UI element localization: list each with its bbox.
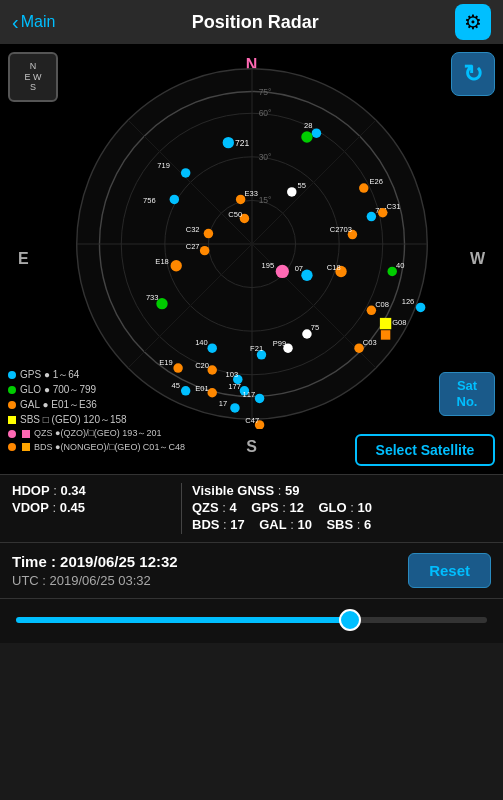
refresh-button[interactable]: ↻ xyxy=(451,52,495,96)
svg-text:G08: G08 xyxy=(392,318,406,327)
svg-text:E19: E19 xyxy=(159,358,172,367)
qzs-value: 4 xyxy=(230,500,237,515)
bds-gal-row: BDS : 17 GAL : 10 SBS : 6 xyxy=(192,517,491,532)
stats-right: Visible GNSS : 59 QZS : 4 GPS : 12 GLO :… xyxy=(182,483,491,534)
hdop-label: HDOP xyxy=(12,483,50,498)
svg-text:15°: 15° xyxy=(258,195,271,205)
svg-point-25 xyxy=(415,303,424,312)
gal-stat-label: GAL xyxy=(259,517,286,532)
svg-text:C20: C20 xyxy=(195,361,209,370)
slider-section xyxy=(0,598,503,643)
back-label: Main xyxy=(21,13,56,31)
svg-point-72 xyxy=(207,388,216,397)
vdop-value: 0.45 xyxy=(60,500,85,515)
sbs-stat-value: 6 xyxy=(364,517,371,532)
legend-gps-label: GPS ● 1～64 xyxy=(20,367,79,382)
svg-text:30°: 30° xyxy=(258,152,271,162)
stats-section: HDOP : 0.34 VDOP : 0.45 Visible GNSS : 5… xyxy=(0,474,503,542)
svg-text:C47: C47 xyxy=(245,416,259,425)
refresh-icon: ↻ xyxy=(463,60,483,88)
svg-point-19 xyxy=(311,128,320,137)
visible-gnss-label: Visible GNSS xyxy=(192,483,274,498)
gear-button[interactable]: ⚙ xyxy=(455,4,491,40)
svg-text:C50: C50 xyxy=(228,210,242,219)
select-satellite-label: Select Satellite xyxy=(376,442,475,458)
glo-stat-value: 10 xyxy=(358,500,372,515)
svg-text:E01: E01 xyxy=(195,384,208,393)
reset-button[interactable]: Reset xyxy=(408,553,491,588)
svg-text:40: 40 xyxy=(396,261,404,270)
svg-rect-86 xyxy=(380,330,389,339)
svg-text:C31: C31 xyxy=(386,202,400,211)
qzs-label: QZS xyxy=(192,500,219,515)
qzs-dot xyxy=(8,430,16,438)
vdop-label: VDOP xyxy=(12,500,49,515)
svg-text:17: 17 xyxy=(218,399,226,408)
svg-point-76 xyxy=(287,187,296,196)
legend-gal: GAL ● E01～E36 xyxy=(8,397,185,412)
visible-gnss-value: 59 xyxy=(285,483,299,498)
svg-text:117: 117 xyxy=(242,390,255,399)
svg-point-56 xyxy=(199,246,208,255)
svg-point-39 xyxy=(230,403,239,412)
svg-text:75°: 75° xyxy=(258,87,271,97)
svg-text:733: 733 xyxy=(145,293,158,302)
compass-label: NE WS xyxy=(25,61,42,93)
svg-point-17 xyxy=(169,195,178,204)
svg-text:E33: E33 xyxy=(244,189,257,198)
utc-label: UTC xyxy=(12,573,39,588)
header: ‹ Main Position Radar ⚙ xyxy=(0,0,503,44)
qzs-square xyxy=(22,430,30,438)
gal-stat-value: 10 xyxy=(298,517,312,532)
svg-text:C27: C27 xyxy=(185,242,199,251)
cardinal-east: E xyxy=(18,250,29,268)
svg-text:C32: C32 xyxy=(185,225,199,234)
glo-dot xyxy=(8,386,16,394)
select-satellite-button[interactable]: Select Satellite xyxy=(355,434,495,466)
svg-text:C08: C08 xyxy=(375,300,389,309)
sat-no-button[interactable]: Sat No. xyxy=(439,372,495,416)
stats-left: HDOP : 0.34 VDOP : 0.45 xyxy=(12,483,182,534)
time-label: Time xyxy=(12,553,47,570)
svg-point-13 xyxy=(222,137,233,148)
svg-point-50 xyxy=(359,183,368,192)
svg-point-82 xyxy=(275,265,288,278)
svg-point-27 xyxy=(207,343,216,352)
svg-text:C03: C03 xyxy=(362,338,376,347)
svg-point-15 xyxy=(180,168,189,177)
legend-bds: BDS ●(NONGEO)/□(GEO) C01～C48 xyxy=(8,441,185,455)
svg-text:F21: F21 xyxy=(250,344,263,353)
time-section: Time : 2019/06/25 12:32 UTC : 2019/06/25… xyxy=(0,542,503,598)
svg-text:103: 103 xyxy=(225,370,238,379)
svg-text:719: 719 xyxy=(157,161,170,170)
gear-icon: ⚙ xyxy=(464,10,482,34)
svg-text:C2703: C2703 xyxy=(329,225,351,234)
time-info: Time : 2019/06/25 12:32 UTC : 2019/06/25… xyxy=(12,553,178,588)
sbs-square xyxy=(8,416,16,424)
bds-square xyxy=(22,443,30,451)
bds-stat-value: 17 xyxy=(230,517,244,532)
svg-text:177: 177 xyxy=(228,382,241,391)
svg-point-35 xyxy=(254,394,263,403)
svg-text:E26: E26 xyxy=(369,177,382,186)
gps-dot xyxy=(8,371,16,379)
svg-point-58 xyxy=(170,260,181,271)
bds-dot xyxy=(8,443,16,451)
legend-qzs: QZS ●(QZO)/□(GEO) 193～201 xyxy=(8,427,185,441)
legend-bds-label: BDS ●(NONGEO)/□(GEO) C01～C48 xyxy=(34,441,185,455)
utc-display: UTC : 2019/06/25 03:32 xyxy=(12,573,178,588)
compass-rose: NE WS xyxy=(8,52,58,102)
svg-text:195: 195 xyxy=(261,261,274,270)
qzs-gps-row: QZS : 4 GPS : 12 GLO : 10 xyxy=(192,500,491,515)
gps-stat-label: GPS xyxy=(251,500,278,515)
utc-value: 2019/06/25 03:32 xyxy=(50,573,151,588)
time-slider[interactable] xyxy=(16,617,487,623)
svg-text:60°: 60° xyxy=(258,108,271,118)
gal-dot xyxy=(8,401,16,409)
back-button[interactable]: ‹ Main xyxy=(12,11,55,34)
sbs-stat-label: SBS xyxy=(326,517,353,532)
legend-glo: GLO ● 700～799 xyxy=(8,382,185,397)
svg-point-54 xyxy=(203,229,212,238)
svg-point-41 xyxy=(301,131,312,142)
hdop-row: HDOP : 0.34 xyxy=(12,483,171,498)
